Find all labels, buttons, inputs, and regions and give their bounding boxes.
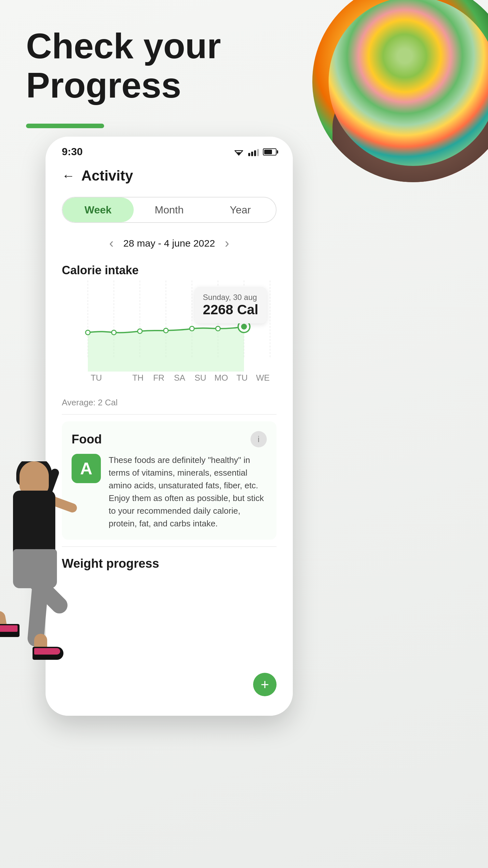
date-navigation: ‹ 28 may - 4 june 2022 › [45,229,293,257]
battery-icon [263,148,277,156]
x-label-8: TU [232,373,252,383]
prev-date-button[interactable]: ‹ [109,236,114,250]
x-label-2 [107,373,127,383]
next-date-button[interactable]: › [225,236,229,250]
x-label-9: WE [252,373,273,383]
svg-point-11 [112,330,116,335]
plus-icon: + [261,677,269,692]
x-label-7: MO [211,373,232,383]
tooltip-date: Sunday, 30 aug [203,293,258,302]
tab-year[interactable]: Year [205,197,276,222]
svg-point-17 [241,324,247,330]
screen-title: Activity [81,167,133,184]
chart-container: Sunday, 30 aug 2268 Cal [62,280,277,391]
wifi-icon [233,148,244,156]
status-bar: 9:30 [45,137,293,161]
x-axis: TU TH FR SA SU MO TU WE [62,373,277,383]
status-icons [233,148,277,156]
date-range-label: 28 may - 4 june 2022 [123,238,215,249]
tooltip-value: 2268 Cal [203,302,258,317]
x-label-0 [65,373,86,383]
svg-point-13 [164,328,168,333]
divider-1 [62,414,277,415]
svg-point-12 [138,329,142,334]
average-label: Average: 2 Cal [45,394,293,411]
food-description: These foods are definitely "healthy" in … [109,454,267,530]
add-button[interactable]: + [253,673,277,696]
chart-section: Calorie intake Sunday, 30 aug 2268 Cal [45,257,293,394]
x-label-3: TH [127,373,148,383]
svg-point-15 [216,326,220,331]
tab-selector: Week Month Year [62,197,277,223]
salad-decoration [312,0,488,182]
nav-bar: ← Activity [45,161,293,190]
svg-point-10 [86,330,90,335]
back-button[interactable]: ← [62,168,75,183]
chart-tooltip: Sunday, 30 aug 2268 Cal [194,287,267,323]
food-section-title: Food [71,432,102,446]
tab-week[interactable]: Week [62,197,134,222]
hero-underline [26,124,104,128]
hero-title: Check your Progress [26,26,221,105]
chart-title: Calorie intake [62,264,277,277]
svg-marker-1 [236,152,241,155]
signal-icon [248,148,259,156]
fitness-woman-image [0,461,130,803]
food-info-button[interactable]: i [250,431,267,447]
x-label-5: SA [169,373,190,383]
status-time: 9:30 [62,146,83,158]
x-label-4: FR [148,373,169,383]
x-label-6: SU [190,373,211,383]
tab-month[interactable]: Month [134,197,205,222]
x-label-1: TU [86,373,107,383]
svg-point-14 [190,326,194,331]
